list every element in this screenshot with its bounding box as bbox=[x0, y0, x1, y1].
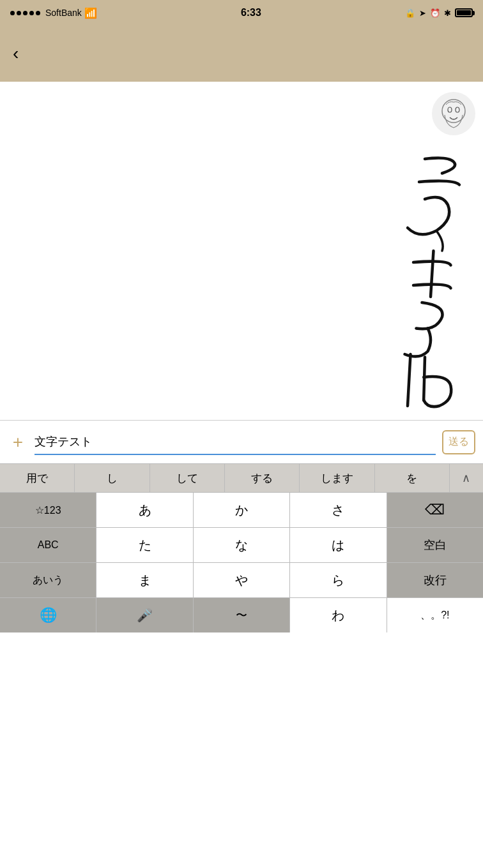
key-space[interactable]: 空白 bbox=[387, 528, 483, 562]
key-wa[interactable]: わ bbox=[290, 598, 387, 632]
battery-indicator bbox=[455, 8, 473, 17]
key-ya[interactable]: や bbox=[194, 563, 290, 597]
key-ka[interactable]: か bbox=[194, 493, 290, 527]
key-microphone[interactable]: 🎤 bbox=[96, 598, 193, 632]
back-button[interactable]: ‹ bbox=[13, 43, 19, 64]
input-area: + 送る bbox=[0, 420, 483, 463]
suggestions-expand-button[interactable]: ∧ bbox=[450, 464, 483, 492]
plus-button[interactable]: + bbox=[8, 432, 28, 453]
chat-area bbox=[0, 82, 483, 420]
signal-dots bbox=[10, 11, 40, 15]
bluetooth-icon: ✱ bbox=[444, 8, 451, 18]
keyboard-row-2: ABC た な は 空白 bbox=[0, 528, 483, 563]
suggestion-item-2[interactable]: して bbox=[150, 464, 225, 492]
svg-point-1 bbox=[448, 107, 452, 112]
key-ha[interactable]: は bbox=[290, 528, 387, 562]
key-ra[interactable]: ら bbox=[290, 563, 387, 597]
suggestion-item-1[interactable]: し bbox=[75, 464, 150, 492]
carrier-label: SoftBank bbox=[45, 8, 82, 18]
key-tilde[interactable]: 〜 bbox=[194, 598, 290, 632]
location-icon: ➤ bbox=[419, 8, 426, 18]
suggestion-item-4[interactable]: します bbox=[300, 464, 374, 492]
message-input[interactable] bbox=[34, 430, 436, 455]
key-return[interactable]: 改行 bbox=[387, 563, 483, 597]
lock-icon: 🔒 bbox=[405, 8, 415, 18]
alarm-icon: ⏰ bbox=[430, 8, 440, 18]
handwritten-content bbox=[355, 120, 483, 420]
suggestion-item-5[interactable]: を bbox=[375, 464, 450, 492]
wifi-icon: 📶 bbox=[84, 7, 97, 19]
status-right: 🔒 ➤ ⏰ ✱ bbox=[405, 8, 473, 18]
send-button[interactable]: 送る bbox=[442, 430, 475, 454]
key-aiueo[interactable]: あいう bbox=[0, 563, 96, 597]
key-ta[interactable]: た bbox=[96, 528, 193, 562]
key-abc[interactable]: ABC bbox=[0, 528, 96, 562]
handwriting-svg bbox=[362, 126, 477, 420]
key-sa[interactable]: さ bbox=[290, 493, 387, 527]
time-display: 6:33 bbox=[241, 7, 261, 19]
key-ma[interactable]: ま bbox=[96, 563, 193, 597]
status-bar: SoftBank 📶 6:33 🔒 ➤ ⏰ ✱ bbox=[0, 0, 483, 26]
keyboard-row-3: あいう ま や ら 改行 bbox=[0, 563, 483, 598]
suggestion-item-0[interactable]: 用で bbox=[0, 464, 75, 492]
battery-fill bbox=[457, 10, 471, 15]
key-globe[interactable]: 🌐 bbox=[0, 598, 96, 632]
status-left: SoftBank 📶 bbox=[10, 7, 97, 19]
keyboard-row-4: 🌐 🎤 〜 わ 、。?! bbox=[0, 598, 483, 632]
keyboard-row-1: ☆123 あ か さ ⌫ bbox=[0, 493, 483, 528]
key-a[interactable]: あ bbox=[96, 493, 193, 527]
svg-point-2 bbox=[456, 107, 459, 112]
suggestion-item-3[interactable]: する bbox=[225, 464, 300, 492]
suggestions-bar: 用で し して する します を ∧ bbox=[0, 463, 483, 493]
key-punctuation[interactable]: 、。?! bbox=[387, 598, 483, 632]
nav-bar: ‹ bbox=[0, 26, 483, 82]
keyboard: ☆123 あ か さ ⌫ ABC た な は 空白 あいう ま や ら 改行 🌐… bbox=[0, 493, 483, 632]
key-symbols[interactable]: ☆123 bbox=[0, 493, 96, 527]
key-backspace[interactable]: ⌫ bbox=[387, 493, 483, 527]
key-na[interactable]: な bbox=[194, 528, 290, 562]
